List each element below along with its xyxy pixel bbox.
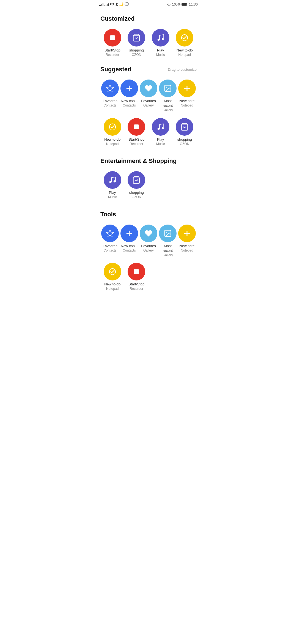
customized-section-header: Customized xyxy=(100,15,197,22)
divider xyxy=(100,152,197,152)
suggested-section-header: Suggested Drag to customize xyxy=(100,66,197,73)
suggested-title: Suggested xyxy=(100,66,131,73)
svg-point-23 xyxy=(162,127,164,129)
play-music-icon-circle xyxy=(152,29,169,47)
svg-marker-28 xyxy=(107,230,114,236)
svg-rect-2 xyxy=(168,3,170,6)
item-label-top: Play xyxy=(157,48,164,53)
svg-rect-21 xyxy=(134,124,139,129)
tools-section-header: Tools xyxy=(100,211,197,218)
list-item[interactable]: Start/Stop Recorder xyxy=(125,116,149,149)
list-item[interactable]: shopping OZON xyxy=(173,116,197,149)
shopping-ozon-icon-circle xyxy=(128,29,145,47)
svg-point-32 xyxy=(166,232,167,233)
list-item[interactable]: shopping OZON xyxy=(125,27,149,60)
item-label-top: shopping xyxy=(129,48,144,53)
list-item[interactable]: New note Notepad xyxy=(177,222,197,261)
battery-icon xyxy=(182,3,188,6)
entertainment-section-header: Entertainment & Shopping xyxy=(100,157,197,165)
list-item[interactable]: Favorites Contacts xyxy=(100,77,120,116)
battery-percent: 100% xyxy=(172,2,181,6)
vibrate-icon xyxy=(167,2,171,6)
svg-point-22 xyxy=(158,128,160,130)
svg-rect-6 xyxy=(182,3,186,5)
list-item[interactable]: New con... Contacts xyxy=(120,77,139,116)
list-item[interactable]: Start/Stop Recorder xyxy=(100,27,125,60)
status-bar: 🌙 💬 100% 11:36 xyxy=(95,0,202,7)
list-item[interactable]: Play Music xyxy=(148,116,173,149)
main-content: Customized Start/Stop Recorder shopping … xyxy=(95,7,202,302)
list-item[interactable]: New to-do Notepad xyxy=(173,27,197,60)
status-left: 🌙 💬 xyxy=(99,2,129,6)
svg-point-26 xyxy=(114,181,116,183)
list-item[interactable]: shopping OZON xyxy=(125,169,149,203)
item-label-bottom: Notepad xyxy=(178,53,191,57)
customized-grid: Start/Stop Recorder shopping OZON Play M… xyxy=(100,27,197,60)
svg-point-17 xyxy=(166,87,167,88)
entertainment-title: Entertainment & Shopping xyxy=(100,157,177,165)
list-item[interactable]: Most recent Gallery xyxy=(158,222,177,261)
wifi-icon xyxy=(110,3,114,6)
whatsapp-icon: 💬 xyxy=(125,2,129,6)
svg-point-0 xyxy=(112,5,112,6)
svg-point-11 xyxy=(162,38,164,40)
svg-point-10 xyxy=(158,39,160,41)
divider-2 xyxy=(100,205,197,205)
list-item[interactable]: Play Music xyxy=(148,27,173,60)
list-item[interactable]: Play Music xyxy=(100,169,125,203)
svg-marker-13 xyxy=(107,85,114,92)
new-todo-notepad-icon-circle xyxy=(176,29,193,47)
tools-title: Tools xyxy=(100,211,116,218)
svg-rect-8 xyxy=(110,35,115,40)
list-item[interactable]: New to-do Notepad xyxy=(100,261,125,294)
list-item[interactable]: New to-do Notepad xyxy=(100,116,125,149)
status-right: 100% 11:36 xyxy=(167,2,198,6)
bluetooth-icon xyxy=(115,2,118,6)
item-label-bottom: Music xyxy=(156,53,165,57)
list-item[interactable]: New note Notepad xyxy=(177,77,197,116)
item-label-top: New to-do xyxy=(177,48,193,53)
entertainment-grid: Play Music shopping OZON xyxy=(100,169,197,203)
start-stop-recorder-icon-circle xyxy=(104,29,121,47)
customized-title: Customized xyxy=(100,15,135,22)
suggested-grid: Favorites Contacts New con... Contacts F… xyxy=(100,77,197,149)
drag-hint: Drag to customize xyxy=(168,67,197,72)
moon-icon: 🌙 xyxy=(119,2,123,6)
signal-icon-2 xyxy=(105,3,109,6)
item-label-bottom: OZON xyxy=(132,53,141,57)
list-item[interactable]: Favorites Gallery xyxy=(139,222,158,261)
svg-point-25 xyxy=(109,181,112,183)
item-label-top: Start/Stop xyxy=(105,48,120,53)
time-display: 11:36 xyxy=(189,2,198,6)
list-item[interactable]: Favorites Contacts xyxy=(100,222,120,261)
list-item[interactable]: New con... Contacts xyxy=(120,222,139,261)
tools-grid: Favorites Contacts New con... Contacts F… xyxy=(100,222,197,294)
list-item[interactable]: Favorites Gallery xyxy=(139,77,158,116)
list-item[interactable]: Start/Stop Recorder xyxy=(125,261,149,294)
list-item[interactable]: Most recent Gallery xyxy=(158,77,177,116)
item-label-bottom: Recorder xyxy=(106,53,119,57)
signal-icon xyxy=(99,3,103,6)
svg-rect-36 xyxy=(134,269,139,274)
